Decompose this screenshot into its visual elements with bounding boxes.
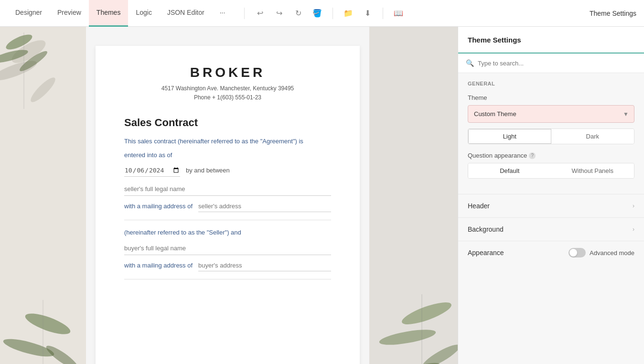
by-between-text: by and between xyxy=(186,167,230,174)
redo-button[interactable]: ↪ xyxy=(271,6,287,21)
doc-intro-text: This sales contract (hereinafter referre… xyxy=(124,137,331,147)
nav-tabs: Designer Preview Themes Logic JSON Edito… xyxy=(8,0,233,27)
divider-2 xyxy=(124,279,331,279)
background-label: Background xyxy=(468,225,504,233)
doc-entered-text: entered into as of xyxy=(124,150,331,161)
right-panel-header: Theme Settings xyxy=(458,27,644,54)
appearance-row: Appearance Advanced mode xyxy=(458,241,644,264)
appearance-right: Advanced mode xyxy=(569,248,634,257)
toolbar: Designer Preview Themes Logic JSON Edito… xyxy=(0,0,644,27)
default-appearance-button[interactable]: Default xyxy=(468,163,551,178)
doc-date-row: by and between xyxy=(124,164,331,177)
separator-2 xyxy=(333,8,333,19)
divider-1 xyxy=(124,220,331,220)
theme-field-label: Theme xyxy=(468,94,634,101)
form-document: BROKER 4517 Washington Ave. Manchester, … xyxy=(96,46,360,364)
toolbar-right-title: Theme Settings xyxy=(590,10,636,17)
search-icon: 🔍 xyxy=(466,59,474,67)
open-button[interactable]: 📁 xyxy=(341,6,356,21)
doc-address-line2: Phone + 1(603) 555-01-23 xyxy=(124,93,331,102)
appearance-label: Appearance xyxy=(468,249,504,257)
seller-address-row: with a mailing address of xyxy=(124,201,331,212)
toolbar-actions: ↩ ↪ ↻ 🪣 📁 ⬇ 📖 xyxy=(240,6,406,21)
settings-content: General Theme Custom Theme Default Dark … xyxy=(458,73,644,364)
tab-json-editor[interactable]: JSON Editor xyxy=(160,0,212,27)
mailing-label-2: with a mailing address of xyxy=(124,262,193,269)
tab-themes[interactable]: Themes xyxy=(89,0,129,27)
help-icon[interactable]: ? xyxy=(529,152,536,159)
undo-button[interactable]: ↩ xyxy=(252,6,268,21)
separator-1 xyxy=(244,8,245,19)
doc-address-line1: 4517 Washington Ave. Manchester, Kentuck… xyxy=(124,84,331,93)
seller-name-input[interactable] xyxy=(124,182,331,196)
question-appearance-toggle: Default Without Panels xyxy=(468,163,634,179)
separator-3 xyxy=(383,8,383,19)
date-input[interactable] xyxy=(124,164,180,177)
tab-preview[interactable]: Preview xyxy=(50,0,89,27)
theme-block: Theme Custom Theme Default Dark Modern ▼… xyxy=(458,90,644,194)
doc-header: BROKER 4517 Washington Ave. Manchester, … xyxy=(124,65,331,102)
question-appearance-label: Question appearance ? xyxy=(468,152,634,159)
seller-address-input[interactable] xyxy=(198,201,331,212)
light-toggle-button[interactable]: Light xyxy=(468,129,551,144)
dark-toggle-button[interactable]: Dark xyxy=(551,129,634,144)
mailing-label-1: with a mailing address of xyxy=(124,203,193,210)
header-chevron-icon: › xyxy=(633,203,634,209)
left-decoration xyxy=(0,27,86,364)
toggle-knob xyxy=(569,249,577,257)
search-input[interactable] xyxy=(478,60,636,67)
doc-title: Sales Contract xyxy=(124,117,331,129)
header-label: Header xyxy=(468,202,490,210)
right-panel: Theme Settings 🔍 General Theme Custom Th… xyxy=(458,27,644,364)
tab-more[interactable]: ··· xyxy=(212,0,233,27)
right-decoration xyxy=(369,27,458,364)
buyer-address-input[interactable] xyxy=(198,260,331,271)
advanced-mode-toggle[interactable] xyxy=(569,248,586,257)
without-panels-button[interactable]: Without Panels xyxy=(551,163,634,178)
theme-select[interactable]: Custom Theme Default Dark Modern xyxy=(468,105,634,123)
background-chevron-icon: › xyxy=(633,226,634,233)
advanced-mode-label: Advanced mode xyxy=(590,249,634,257)
download-button[interactable]: ⬇ xyxy=(360,6,375,21)
doc-brand: BROKER xyxy=(124,65,331,80)
light-dark-toggle: Light Dark xyxy=(468,128,634,144)
buyer-address-row: with a mailing address of xyxy=(124,260,331,271)
general-section-label: General xyxy=(458,81,644,90)
refresh-button[interactable]: ↻ xyxy=(290,6,306,21)
tab-designer[interactable]: Designer xyxy=(8,0,50,27)
hereinafter-text: (hereinafter referred to as the "Seller"… xyxy=(124,228,331,238)
header-section-row[interactable]: Header › xyxy=(458,194,644,217)
theme-select-wrapper: Custom Theme Default Dark Modern ▼ xyxy=(468,105,634,123)
form-area: BROKER 4517 Washington Ave. Manchester, … xyxy=(86,27,369,364)
tab-logic[interactable]: Logic xyxy=(128,0,159,27)
right-panel-title: Theme Settings xyxy=(468,36,521,44)
docs-button[interactable]: 📖 xyxy=(391,6,406,21)
search-bar: 🔍 xyxy=(458,54,644,73)
main-layout: BROKER 4517 Washington Ave. Manchester, … xyxy=(0,27,644,364)
paint-button[interactable]: 🪣 xyxy=(310,6,325,21)
background-section-row[interactable]: Background › xyxy=(458,217,644,241)
buyer-name-input[interactable] xyxy=(124,242,331,255)
